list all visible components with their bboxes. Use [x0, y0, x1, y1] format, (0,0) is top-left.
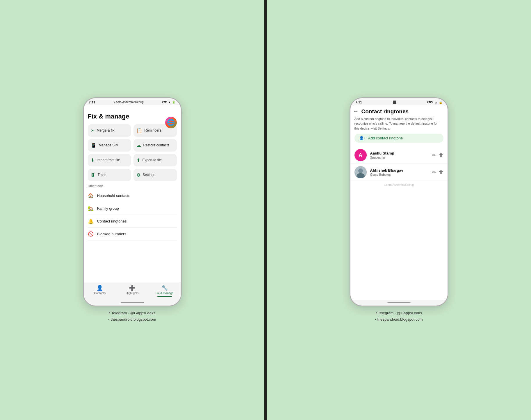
grid-row-1: Merge & fix Reminders	[88, 124, 177, 137]
settings-icon	[136, 172, 140, 178]
nav-highlights[interactable]: Highlights	[116, 284, 148, 297]
svg-point-1	[358, 168, 363, 173]
merge-fix-button[interactable]: Merge & fix	[88, 124, 131, 137]
household-contacts-item[interactable]: Household contacts	[88, 189, 177, 202]
export-label: Export to file	[142, 158, 162, 162]
add-contact-ringtone-button[interactable]: 👤+ Add contact ringtone	[354, 134, 443, 143]
user-avatar[interactable]: 🌐	[165, 117, 177, 128]
right-home-bar	[350, 300, 448, 306]
grid-row-2: Manage SIM Restore contacts	[88, 139, 177, 152]
left-time: 7:11	[89, 100, 95, 104]
abhishek-edit-button[interactable]: ✏	[432, 170, 436, 175]
left-status-bar: 7:11 x.com/AssembleDebug LTE ▲ 🔋	[84, 98, 181, 105]
home-bar-line	[121, 302, 144, 303]
manage-sim-label: Manage SIM	[99, 143, 119, 147]
right-phone: 7:11 ⬛ LTE+ ▲ 🔒 ← Contact ringtones Add …	[350, 97, 448, 306]
other-tools-label: Other tools	[88, 184, 177, 188]
ringtone-header: ← Contact ringtones	[350, 105, 448, 116]
home-bar-line-right	[387, 302, 411, 303]
contact-item-aashu[interactable]: A Aashu Stamp Spaceship ✏ 🗑	[350, 147, 448, 164]
add-contact-icon: 👤+	[359, 136, 366, 140]
right-status-bar: 7:11 ⬛ LTE+ ▲ 🔒	[350, 98, 448, 105]
manage-sim-button[interactable]: Manage SIM	[88, 139, 131, 152]
right-time: 7:11	[356, 100, 362, 104]
active-indicator	[157, 296, 172, 297]
watermark: x.com/AssembleDebug	[350, 181, 448, 189]
aashu-delete-button[interactable]: 🗑	[439, 152, 443, 158]
left-home-bar	[84, 300, 181, 306]
blocked-numbers-label: Blocked numbers	[97, 232, 126, 236]
export-button[interactable]: Export to file	[133, 154, 177, 166]
abhishek-info: Abhishek Bhargav Glass Bubbles	[370, 168, 429, 176]
fix-manage-nav-icon	[161, 285, 168, 291]
highlights-nav-label: Highlights	[126, 292, 139, 295]
blocked-numbers-item[interactable]: Blocked numbers	[88, 228, 177, 240]
import-button[interactable]: Import from file	[88, 154, 131, 166]
add-ringtone-label: Add contact ringtone	[368, 136, 403, 140]
highlights-nav-icon	[129, 285, 135, 291]
abhishek-photo	[354, 166, 367, 178]
grid-row-3: Import from file Export to file	[88, 154, 177, 166]
right-caption-line2: • thespandroid.blogspot.com	[375, 316, 423, 323]
page-title: Fix & manage	[88, 112, 177, 120]
left-caption: • Telegram - @GappsLeaks • thespandroid.…	[108, 310, 156, 323]
abhishek-name: Abhishek Bhargav	[370, 168, 429, 173]
contact-ringtones-label: Contact ringtones	[97, 219, 127, 223]
right-cam-icon: ⬛	[393, 100, 397, 104]
right-half: 7:11 ⬛ LTE+ ▲ 🔒 ← Contact ringtones Add …	[267, 0, 531, 420]
back-button[interactable]: ←	[353, 108, 359, 114]
aashu-name: Aashu Stamp	[370, 151, 429, 155]
reminders-label: Reminders	[145, 128, 161, 132]
import-label: Import from file	[97, 158, 120, 162]
blocked-icon	[88, 231, 94, 237]
export-icon	[136, 157, 140, 163]
right-caption: • Telegram - @GappsLeaks • thespandroid.…	[375, 310, 423, 323]
right-signal: LTE+ ▲ 🔒	[427, 101, 442, 104]
reminder-icon	[136, 128, 142, 133]
contact-ringtones-item[interactable]: Contact ringtones	[88, 215, 177, 228]
aashu-info: Aashu Stamp Spaceship	[370, 151, 429, 159]
nav-fix-manage[interactable]: Fix & manage	[148, 284, 181, 297]
restore-icon	[136, 143, 141, 148]
abhishek-delete-button[interactable]: 🗑	[439, 170, 443, 175]
merge-fix-label: Merge & fix	[97, 128, 115, 132]
aashu-avatar: A	[354, 149, 367, 161]
left-url: x.com/AssembleDebug	[114, 100, 144, 104]
import-icon	[91, 157, 95, 163]
aashu-edit-button[interactable]: ✏	[432, 152, 436, 158]
settings-label: Settings	[143, 173, 155, 177]
left-phone: 7:11 x.com/AssembleDebug LTE ▲ 🔋 🌐 Fix &…	[83, 97, 182, 306]
contacts-nav-icon	[97, 285, 103, 291]
trash-button[interactable]: Trash	[88, 169, 131, 181]
right-caption-line1: • Telegram - @GappsLeaks	[375, 310, 423, 316]
family-icon	[88, 206, 94, 211]
family-group-item[interactable]: Family group	[88, 202, 177, 215]
aashu-ringtone: Spaceship	[370, 156, 429, 159]
trash-label: Trash	[98, 173, 106, 177]
grid-row-4: Trash Settings	[88, 169, 177, 181]
abhishek-avatar	[354, 166, 367, 178]
restore-contacts-button[interactable]: Restore contacts	[133, 139, 177, 152]
trash-icon	[91, 172, 95, 177]
merge-icon	[91, 128, 95, 133]
nav-contacts[interactable]: Contacts	[84, 284, 116, 297]
fix-manage-nav-label: Fix & manage	[156, 292, 174, 295]
screen-divider	[264, 0, 267, 420]
bottom-nav: Contacts Highlights Fix & manage	[84, 282, 181, 300]
contact-item-abhishek[interactable]: Abhishek Bhargav Glass Bubbles ✏ 🗑	[350, 164, 448, 181]
settings-button[interactable]: Settings	[133, 169, 177, 181]
left-caption-line1: • Telegram - @GappsLeaks	[108, 310, 156, 316]
restore-contacts-label: Restore contacts	[143, 143, 170, 147]
household-icon	[88, 193, 94, 198]
sim-icon	[91, 143, 97, 148]
ringtone-icon	[88, 218, 94, 224]
abhishek-ringtone: Glass Bubbles	[370, 173, 429, 176]
abhishek-actions: ✏ 🗑	[432, 170, 443, 175]
left-screen: 🌐 Fix & manage Merge & fix Reminders	[84, 105, 181, 300]
contacts-nav-label: Contacts	[94, 292, 105, 295]
fix-manage-content: 🌐 Fix & manage Merge & fix Reminders	[84, 105, 181, 282]
left-signal: LTE ▲ 🔋	[162, 100, 175, 104]
right-screen: ← Contact ringtones Add a custom rington…	[350, 105, 448, 300]
left-caption-line2: • thespandroid.blogspot.com	[108, 316, 156, 323]
family-group-label: Family group	[97, 206, 119, 211]
